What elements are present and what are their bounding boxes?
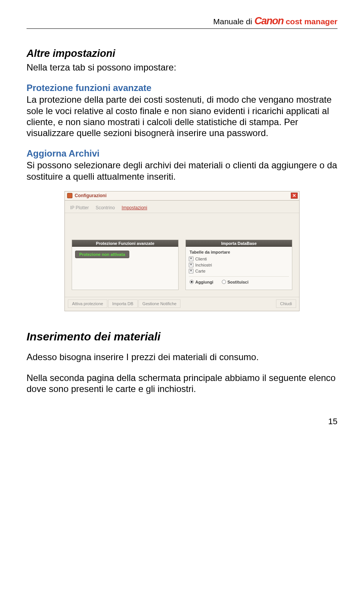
dialog-titlebar[interactable]: Configurazioni ✕ — [64, 191, 300, 200]
section-inserimento-title: Inserimento dei materiali — [27, 330, 337, 343]
configurazioni-dialog: Configurazioni ✕ IP Plotter Scontrino Im… — [64, 191, 300, 311]
protezione-subtitle: Protezione funzioni avanzate — [27, 83, 337, 93]
radio-label: Aggiungi — [195, 280, 213, 284]
gestione-notifiche-button[interactable]: Gestione Notifiche — [138, 299, 181, 308]
close-button[interactable]: ✕ — [291, 193, 298, 199]
protezione-panel: Protezione Funzioni avanzate Protezione … — [72, 240, 179, 290]
radio-aggiungi[interactable]: Aggiungi — [190, 280, 213, 284]
inserimento-p1: Adesso bisogna inserire I prezzi dei mat… — [27, 351, 337, 362]
protezione-status-text: Protezione non attivata — [79, 252, 125, 257]
dialog-title: Configurazioni — [75, 193, 107, 198]
page-number: 15 — [27, 417, 337, 426]
aggiorna-subtitle: Aggiorna Archivi — [27, 148, 337, 159]
importa-panel-header: Importa DataBase — [186, 240, 292, 247]
checkbox-label: Carte — [195, 269, 206, 273]
checkbox-icon — [189, 257, 193, 261]
tab-ip-plotter[interactable]: IP Plotter — [69, 204, 89, 213]
tabelle-subheader: Tabelle da importare — [189, 249, 289, 256]
checkbox-inchiostri[interactable]: Inchiostri — [189, 262, 289, 268]
tab-impostazioni[interactable]: Impostazioni — [121, 204, 148, 213]
importa-db-panel: Importa DataBase Tabelle da importare Cl… — [185, 240, 292, 290]
checkbox-carte[interactable]: Carte — [189, 268, 289, 274]
radio-sostituisci[interactable]: Sostituisci — [222, 280, 249, 284]
importa-db-button[interactable]: Importa DB — [108, 299, 138, 308]
tab-scontrino[interactable]: Scontrino — [95, 204, 116, 213]
aggiorna-body: Si possono selezionare degli archivi dei… — [27, 160, 337, 182]
protezione-panel-header: Protezione Funzioni avanzate — [72, 240, 178, 247]
header-prefix: Manuale di — [213, 17, 252, 26]
radio-icon — [190, 280, 194, 284]
radio-icon — [222, 280, 226, 284]
checkbox-icon — [189, 269, 193, 273]
page-header: Manuale di Canon cost manager — [27, 15, 337, 29]
chiudi-button[interactable]: Chiudi — [276, 299, 296, 308]
product-name: cost manager — [286, 17, 337, 26]
dialog-button-row: Attiva protezione Importa DB Gestione No… — [65, 297, 299, 311]
checkbox-clienti[interactable]: Clienti — [189, 256, 289, 262]
protezione-body: La protezione della parte dei costi sost… — [27, 94, 337, 138]
checkbox-icon — [189, 263, 193, 267]
section-altre-intro: Nella terza tab si possono impostare: — [27, 62, 337, 73]
brand-logo: Canon — [254, 15, 284, 27]
checkbox-label: Clienti — [195, 257, 207, 261]
radio-label: Sostituisci — [228, 280, 249, 284]
dialog-tabs: IP Plotter Scontrino Impostazioni — [65, 201, 299, 213]
attiva-protezione-button[interactable]: Attiva protezione — [68, 299, 107, 308]
inserimento-p2: Nella seconda pagina della schermata pri… — [27, 372, 337, 395]
app-icon — [67, 193, 72, 198]
section-altre-title: Altre impostazioni — [27, 48, 337, 60]
checkbox-label: Inchiostri — [195, 263, 212, 267]
protezione-status-pill: Protezione non attivata — [75, 251, 129, 258]
close-icon: ✕ — [292, 193, 296, 198]
